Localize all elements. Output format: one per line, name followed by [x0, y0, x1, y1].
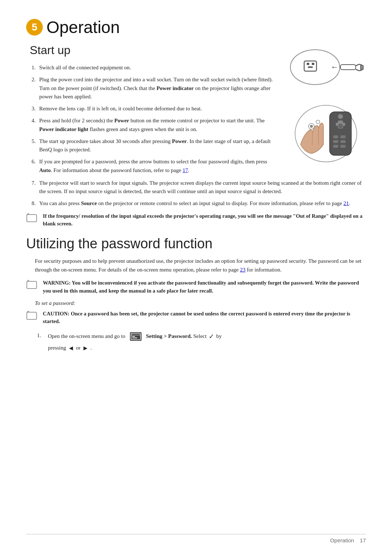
settings-menu-icon: [130, 332, 142, 341]
startup-list-continued: The projector will start to search for i…: [37, 179, 366, 208]
svg-point-30: [316, 120, 320, 124]
footer-content: Operation 17: [26, 537, 366, 543]
list-item: Switch all of the connected equipment on…: [37, 64, 275, 72]
startup-section: Start up Switch all of the connected equ…: [26, 44, 366, 179]
svg-rect-2: [307, 63, 309, 65]
svg-point-24: [338, 114, 343, 119]
step1-text: Open the on-screen menu and go to Settin…: [48, 331, 222, 354]
password-warning-text: WARNING: You will be inconvenienced if y…: [43, 279, 366, 295]
svg-rect-31: [27, 215, 37, 222]
svg-line-10: [359, 70, 362, 71]
right-arrow-icon: ►: [82, 342, 89, 354]
password-warning: WARNING: You will be inconvenienced if y…: [26, 279, 366, 295]
startup-note: If the frequency/ resolution of the inpu…: [26, 212, 366, 228]
list-item: The projector will start to search for i…: [37, 179, 366, 196]
svg-rect-37: [27, 312, 37, 319]
startup-section-title: Start up: [30, 44, 275, 57]
list-item: Press and hold (for 2 seconds) the Power…: [37, 117, 275, 134]
list-item: You can also press Source on the project…: [37, 199, 366, 208]
svg-rect-6: [340, 65, 356, 70]
svg-line-9: [359, 64, 362, 65]
svg-rect-34: [27, 281, 37, 289]
password-caution-text: CAUTION: Once a password has been set, t…: [43, 310, 366, 326]
svg-rect-44: [132, 338, 137, 338]
left-arrow-icon: ◄: [68, 342, 74, 354]
footer-label: Operation: [330, 537, 354, 543]
startup-images-panel: ←: [286, 44, 366, 179]
to-set-label: To set a password:: [35, 300, 366, 306]
svg-line-7: [356, 64, 359, 66]
chapter-badge: 5: [26, 19, 43, 36]
step1-container: 1. Open the on-screen menu and go to Set…: [37, 331, 366, 354]
svg-rect-12: [360, 65, 363, 70]
svg-text:←: ←: [331, 62, 339, 72]
list-item: If you are prompted for a password, pres…: [37, 158, 275, 175]
password-section-title: Utilizing the password function: [26, 236, 366, 252]
startup-note-text: If the frequency/ resolution of the inpu…: [43, 212, 366, 228]
svg-rect-1: [304, 61, 317, 71]
svg-rect-3: [312, 63, 314, 65]
footer: Operation 17: [26, 534, 366, 543]
warning-icon: [26, 280, 39, 291]
svg-rect-22: [333, 145, 338, 148]
remote-control-illustration: [290, 97, 362, 171]
password-caution: CAUTION: Once a password has been set, t…: [26, 310, 366, 326]
power-port-illustration: ←: [288, 47, 364, 89]
caution-icon: [26, 311, 39, 322]
svg-rect-21: [340, 140, 346, 143]
svg-rect-19: [340, 135, 346, 138]
menu-path: Setting > Password.: [146, 333, 192, 339]
svg-rect-18: [333, 135, 338, 138]
list-item: Plug the power cord into the projector a…: [37, 76, 275, 101]
list-item: The start up procedure takes about 30 se…: [37, 137, 275, 154]
footer-divider: [26, 534, 366, 534]
step1-row: 1. Open the on-screen menu and go to Set…: [37, 331, 366, 354]
or-text: or: [76, 345, 81, 351]
startup-text-area: Start up Switch all of the connected equ…: [26, 44, 275, 179]
chapter-header: 5 Operation: [26, 17, 366, 37]
svg-line-8: [356, 69, 359, 71]
password-intro: For security purposes and to help preven…: [35, 257, 366, 274]
svg-rect-23: [340, 145, 346, 148]
checkmark-icon: ✓: [209, 331, 214, 342]
step1-num: 1.: [37, 331, 48, 340]
svg-rect-20: [333, 140, 338, 143]
footer-page-num: 17: [360, 537, 366, 543]
chapter-title: Operation: [46, 17, 120, 37]
note-icon: [26, 213, 39, 225]
svg-point-29: [310, 125, 313, 128]
startup-list: Switch all of the connected equipment on…: [37, 64, 275, 175]
svg-rect-43: [132, 336, 135, 337]
list-item: Remove the lens cap. If it is left on, i…: [37, 105, 275, 113]
svg-point-17: [338, 123, 343, 128]
svg-rect-4: [308, 66, 313, 68]
